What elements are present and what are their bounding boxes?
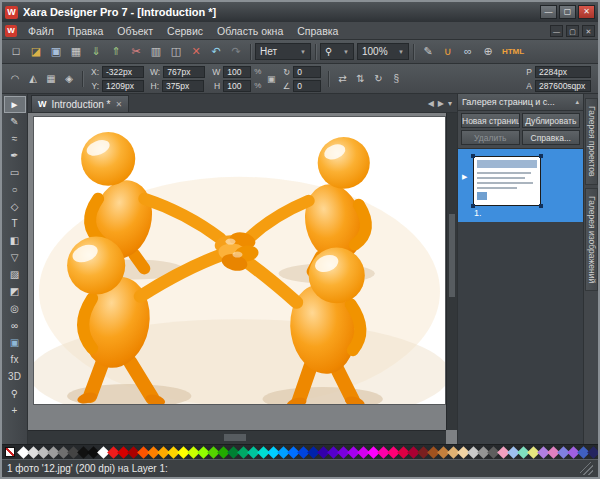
- ellipse-tool[interactable]: ○: [4, 181, 26, 198]
- separator: [315, 44, 316, 60]
- photo-tool[interactable]: ▣: [4, 334, 26, 351]
- curve-options-icon[interactable]: ◠: [6, 69, 24, 88]
- redo-icon[interactable]: ↷: [226, 42, 246, 61]
- title-bar[interactable]: W Xara Designer Pro 7 - [Introduction *]…: [2, 2, 598, 22]
- menu-item[interactable]: Объект: [110, 23, 160, 39]
- freehand-tool[interactable]: ✎: [4, 113, 26, 130]
- smart-shape-combo[interactable]: Нет ▼: [255, 43, 311, 60]
- vertical-scroll-thumb[interactable]: [449, 214, 455, 296]
- vertical-scrollbar[interactable]: [446, 113, 457, 430]
- quickshape-tool[interactable]: ◇: [4, 198, 26, 215]
- menu-item[interactable]: Файл: [21, 23, 61, 39]
- page-thumbnail[interactable]: [474, 157, 540, 205]
- delete-icon[interactable]: ✕: [186, 42, 206, 61]
- close-button[interactable]: ✕: [578, 5, 595, 19]
- shadow-tool[interactable]: ▨: [4, 266, 26, 283]
- selector-tool[interactable]: ►: [4, 96, 26, 113]
- save-icon[interactable]: ▣: [46, 42, 66, 61]
- paste-icon[interactable]: ◫: [166, 42, 186, 61]
- tab-list-icon[interactable]: ▾: [448, 99, 452, 108]
- share-icon[interactable]: ⊕: [478, 42, 498, 61]
- shape-editor-tool[interactable]: ≈: [4, 130, 26, 147]
- shape-options-icon[interactable]: ◭: [24, 69, 42, 88]
- undo-icon[interactable]: ↶: [206, 42, 226, 61]
- cut-icon[interactable]: ✂: [126, 42, 146, 61]
- html-export-button[interactable]: HTML: [498, 42, 528, 61]
- document-tab-bar: W Introduction * ✕ ◀ ▶ ▾: [28, 94, 457, 113]
- zoom-tool-combo[interactable]: ⚲ ▼: [320, 43, 354, 60]
- expand-icon[interactable]: ▶: [462, 173, 467, 181]
- gallery-header[interactable]: Галерея страниц и с... ▴: [458, 94, 583, 111]
- gallery-button[interactable]: Справка...: [522, 130, 581, 145]
- magnet-icon[interactable]: ∪: [438, 42, 458, 61]
- fill-tool[interactable]: ◧: [4, 232, 26, 249]
- doc-minimize-button[interactable]: —: [550, 25, 563, 37]
- next-tab-icon[interactable]: ▶: [438, 99, 444, 108]
- height-scale-field[interactable]: 100: [223, 80, 251, 92]
- print-icon[interactable]: ▦: [66, 42, 86, 61]
- height-field[interactable]: 375px: [162, 80, 204, 92]
- gallery-tab[interactable]: Галерея проектов: [585, 98, 598, 185]
- attach-icon[interactable]: §: [387, 69, 405, 88]
- pen-tool[interactable]: ✒: [4, 147, 26, 164]
- bevel-tool[interactable]: ◩: [4, 283, 26, 300]
- doc-restore-button[interactable]: ▢: [566, 25, 579, 37]
- document-tab[interactable]: W Introduction * ✕: [31, 95, 129, 112]
- 3d-tool[interactable]: 3D: [4, 368, 26, 385]
- zoom-level-combo[interactable]: 100% ▼: [357, 43, 409, 60]
- color-palette: [2, 444, 598, 459]
- gallery-button[interactable]: Удалить: [461, 130, 520, 145]
- menu-item[interactable]: Справка: [290, 23, 345, 39]
- doc-close-button[interactable]: ✕: [582, 25, 595, 37]
- export-icon[interactable]: ⇑: [106, 42, 126, 61]
- gallery-tab[interactable]: Галерея изображений: [585, 188, 598, 291]
- width-scale-field[interactable]: 100: [223, 66, 251, 78]
- grid-snap-icon[interactable]: ▦: [42, 69, 60, 88]
- document-area: W Introduction * ✕ ◀ ▶ ▾: [28, 94, 457, 444]
- y-position-field[interactable]: 1209px: [102, 80, 144, 92]
- tab-close-icon[interactable]: ✕: [115, 100, 122, 109]
- resize-grip[interactable]: [580, 462, 593, 475]
- lock-aspect-icon[interactable]: ▣: [264, 67, 278, 91]
- live-effects-tool[interactable]: fx: [4, 351, 26, 368]
- menu-item[interactable]: Правка: [61, 23, 110, 39]
- open-folder-icon[interactable]: ◪: [26, 42, 46, 61]
- menu-item[interactable]: Область окна: [210, 23, 290, 39]
- page-list[interactable]: ▶ 1.: [458, 148, 583, 444]
- gallery-button[interactable]: Новая страница: [461, 113, 520, 128]
- minimize-button[interactable]: —: [540, 5, 557, 19]
- theme-swatch[interactable]: [587, 446, 598, 459]
- text-tool[interactable]: T: [4, 215, 26, 232]
- status-text: 1 фото '12.jpg' (200 dpi) на Layer 1:: [7, 463, 168, 474]
- link-icon[interactable]: ∞: [458, 42, 478, 61]
- canvas-photo[interactable]: [34, 117, 445, 404]
- skew-field[interactable]: 0: [293, 80, 321, 92]
- rectangle-tool[interactable]: ▭: [4, 164, 26, 181]
- rotate-90-icon[interactable]: ↻: [369, 69, 387, 88]
- gallery-button[interactable]: Дублировать: [522, 113, 581, 128]
- prev-tab-icon[interactable]: ◀: [428, 99, 434, 108]
- no-color-swatch[interactable]: [5, 447, 15, 457]
- import-icon[interactable]: ⇓: [86, 42, 106, 61]
- horizontal-scroll-thumb[interactable]: [224, 434, 246, 441]
- flip-horizontal-icon[interactable]: ⇄: [333, 69, 351, 88]
- blend-tool[interactable]: ∞: [4, 317, 26, 334]
- new-document-icon[interactable]: □: [6, 42, 26, 61]
- copy-icon[interactable]: ▥: [146, 42, 166, 61]
- horizontal-scrollbar[interactable]: [28, 430, 446, 444]
- zoom-tool[interactable]: ⚲: [4, 385, 26, 402]
- contour-tool[interactable]: ◎: [4, 300, 26, 317]
- feather-icon[interactable]: ✎: [418, 42, 438, 61]
- maximize-button[interactable]: ▢: [559, 5, 576, 19]
- menu-item[interactable]: Сервис: [160, 23, 210, 39]
- x-position-field[interactable]: -322px: [102, 66, 144, 78]
- width-field[interactable]: 767px: [163, 66, 205, 78]
- page-item-selected[interactable]: ▶ 1.: [458, 149, 583, 222]
- transparency-tool[interactable]: ▽: [4, 249, 26, 266]
- rotation-field[interactable]: 0: [293, 66, 321, 78]
- push-tool[interactable]: +: [4, 402, 26, 419]
- canvas[interactable]: [28, 113, 457, 444]
- snap-objects-icon[interactable]: ◈: [60, 69, 78, 88]
- collapse-panel-icon[interactable]: ▴: [575, 98, 579, 106]
- flip-vertical-icon[interactable]: ⇅: [351, 69, 369, 88]
